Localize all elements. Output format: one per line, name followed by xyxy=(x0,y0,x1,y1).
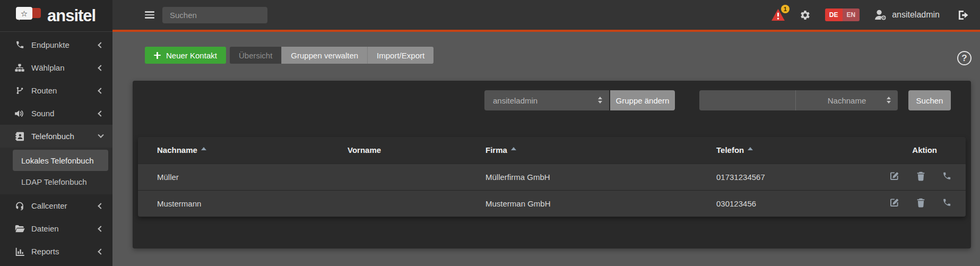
topbar: ☆ ansitel 1 xyxy=(0,0,980,32)
brand-logo[interactable]: ☆ ansitel xyxy=(0,0,112,32)
search-field-value: Nachname xyxy=(828,96,866,105)
hamburger-menu-icon[interactable] xyxy=(145,11,154,18)
gear-icon xyxy=(800,10,811,21)
phone-icon xyxy=(942,171,951,181)
sidebar-item-waehlplan[interactable]: Wählplan xyxy=(0,56,112,79)
chevron-left-icon xyxy=(98,110,103,116)
table-row: Mustermann Musterman GmbH 030123456 xyxy=(138,190,966,217)
group-select[interactable]: ansiteladmin xyxy=(484,90,609,110)
tab-uebersicht[interactable]: Übersicht xyxy=(230,47,281,64)
sidebar-item-label: Endpunkte xyxy=(31,40,99,49)
trash-icon xyxy=(917,171,925,181)
sidebar-item-dateien[interactable]: Dateien xyxy=(0,217,112,240)
tab-gruppen-verwalten[interactable]: Gruppen verwalten xyxy=(281,47,367,64)
sidebar: Endpunkte Wählplan Routen xyxy=(0,32,112,266)
cell-nachname: Müller xyxy=(138,164,328,190)
lang-en-button[interactable]: EN xyxy=(843,8,860,21)
cell-telefon: 030123456 xyxy=(697,190,825,217)
sidebar-item-reports[interactable]: Reports xyxy=(0,240,112,263)
sort-asc-icon xyxy=(748,147,753,150)
new-contact-button[interactable]: Neuer Kontakt xyxy=(145,47,226,64)
sidebar-item-endpunkte[interactable]: Endpunkte xyxy=(0,33,112,56)
sidebar-subitem-label: Lokales Telefonbuch xyxy=(21,156,94,165)
sitemap-icon xyxy=(14,63,25,73)
contact-search-group: Nachname xyxy=(699,90,898,110)
table-row: Müller Müllerfirma GmbH 01731234567 xyxy=(138,164,966,190)
address-book-icon xyxy=(14,132,25,141)
sidebar-item-label: Telefonbuch xyxy=(31,132,99,141)
phonebook-panel: ansiteladmin Gruppe ändern Nachname Such… xyxy=(133,81,971,248)
sidebar-item-sound[interactable]: Sound xyxy=(0,102,112,125)
column-header-vorname[interactable]: Vorname xyxy=(328,137,466,164)
sidebar-item-routen[interactable]: Routen xyxy=(0,79,112,102)
new-contact-label: Neuer Kontakt xyxy=(166,51,217,60)
main-content: Neuer Kontakt Übersicht Gruppen verwalte… xyxy=(112,32,980,266)
sidebar-item-callcenter[interactable]: Callcenter xyxy=(0,194,112,217)
logout-icon xyxy=(957,10,969,21)
sidebar-subitem-ldap-telefonbuch[interactable]: LDAP Telefonbuch xyxy=(0,171,112,192)
chevron-left-icon xyxy=(98,42,103,48)
phone-icon xyxy=(14,40,25,49)
cell-aktion xyxy=(825,190,966,217)
contact-search-input[interactable] xyxy=(699,90,796,110)
sidebar-item-label: Routen xyxy=(31,86,99,95)
telefonbuch-submenu: Lokales Telefonbuch LDAP Telefonbuch xyxy=(0,148,112,194)
global-search-input[interactable] xyxy=(162,7,267,23)
topbar-right-cluster: 1 DE EN xyxy=(771,8,969,21)
plus-icon xyxy=(154,52,161,59)
question-mark-icon: ? xyxy=(961,53,967,64)
column-header-telefon[interactable]: Telefon xyxy=(697,137,825,164)
call-contact-button[interactable] xyxy=(942,171,951,181)
delete-contact-button[interactable] xyxy=(917,171,925,181)
contacts-table: Nachname Vorname Firma Telefon xyxy=(138,137,966,217)
column-header-firma[interactable]: Firma xyxy=(466,137,697,164)
chevron-left-icon xyxy=(98,203,103,209)
language-toggle: DE EN xyxy=(825,8,860,21)
warning-notification-button[interactable]: 1 xyxy=(771,8,785,21)
app-body: Endpunkte Wählplan Routen xyxy=(0,32,980,266)
settings-gear-button[interactable] xyxy=(800,10,811,21)
topbar-main: 1 DE EN xyxy=(112,0,980,32)
table-header-row: Nachname Vorname Firma Telefon xyxy=(138,137,966,164)
edit-contact-button[interactable] xyxy=(889,171,899,181)
logo-bubble-white: ☆ xyxy=(16,7,32,20)
search-button[interactable]: Suchen xyxy=(908,90,951,110)
call-contact-button[interactable] xyxy=(942,198,951,207)
chevron-left-icon xyxy=(98,248,103,254)
branch-icon xyxy=(14,86,25,95)
tab-group: Übersicht Gruppen verwalten Import/Expor… xyxy=(230,47,433,64)
logout-button[interactable] xyxy=(957,10,969,21)
phone-icon xyxy=(942,198,951,207)
sort-asc-icon xyxy=(201,147,206,150)
column-header-nachname[interactable]: Nachname xyxy=(138,137,328,164)
cell-vorname xyxy=(328,164,466,190)
folder-open-icon xyxy=(14,225,25,233)
change-group-button[interactable]: Gruppe ändern xyxy=(610,90,675,110)
column-header-aktion: Aktion xyxy=(825,137,966,164)
user-icon xyxy=(874,10,887,20)
group-select-value: ansiteladmin xyxy=(493,96,537,105)
help-button[interactable]: ? xyxy=(957,51,972,65)
search-field-select[interactable]: Nachname xyxy=(796,90,898,110)
chevron-down-icon xyxy=(98,132,103,138)
sidebar-item-label: Callcenter xyxy=(31,201,99,210)
sidebar-subitem-lokales-telefonbuch[interactable]: Lokales Telefonbuch xyxy=(13,150,108,171)
edit-contact-button[interactable] xyxy=(889,198,899,208)
app-window: ☆ ansitel 1 xyxy=(0,0,980,266)
headset-icon xyxy=(14,201,25,211)
sidebar-item-telefonbuch[interactable]: Telefonbuch xyxy=(0,125,112,148)
sidebar-item-label: Wählplan xyxy=(31,63,99,72)
user-menu[interactable]: ansiteladmin xyxy=(874,10,940,20)
delete-contact-button[interactable] xyxy=(917,198,925,208)
sidebar-item-label: Dateien xyxy=(31,224,99,233)
cell-telefon: 01731234567 xyxy=(697,164,825,190)
lang-de-button[interactable]: DE xyxy=(825,8,843,21)
chevron-left-icon xyxy=(98,226,103,231)
edit-icon xyxy=(889,198,899,208)
tab-import-export[interactable]: Import/Export xyxy=(367,47,433,64)
sidebar-subitem-label: LDAP Telefonbuch xyxy=(21,177,87,186)
username-label: ansiteladmin xyxy=(892,10,940,20)
volume-icon xyxy=(14,109,25,118)
cell-firma: Müllerfirma GmbH xyxy=(466,164,697,190)
sidebar-item-label: Reports xyxy=(31,247,99,256)
